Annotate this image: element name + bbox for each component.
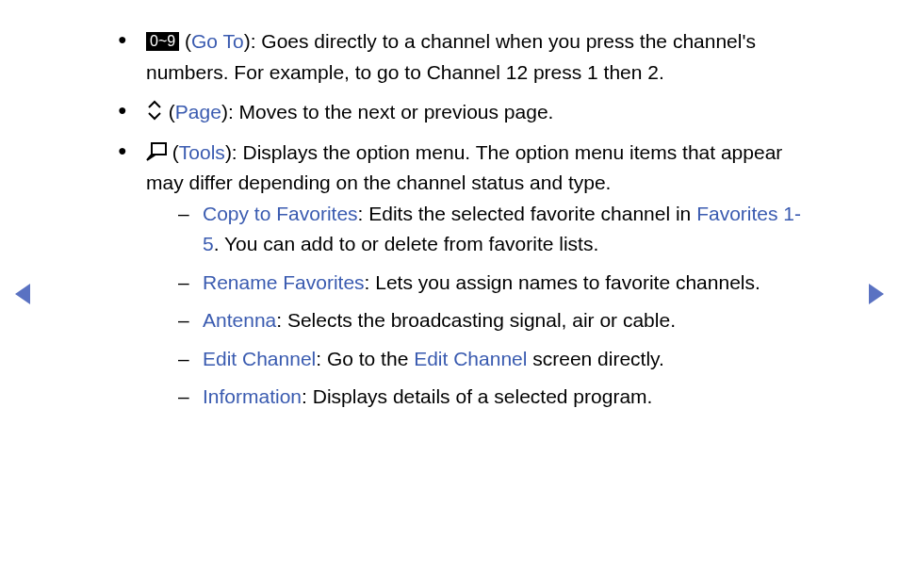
open-paren: ( (169, 101, 175, 122)
text-rename: : Lets you assign names to favorite chan… (365, 271, 760, 293)
text-info: : Displays details of a selected program… (302, 385, 652, 407)
text-ec-1: : Go to the (316, 348, 414, 369)
label-rename-favorites: Rename Favorites (203, 271, 365, 293)
text-antenna: : Selects the broadcasting signal, air o… (276, 309, 676, 331)
svg-rect-0 (152, 143, 166, 155)
subitem-copy-to-favorites: Copy to Favorites: Edits the selected fa… (203, 199, 809, 260)
subitem-antenna: Antenna: Selects the broadcasting signal… (203, 305, 809, 336)
up-down-icon (146, 100, 163, 121)
text-page: ): Moves to the next or previous page. (221, 101, 554, 122)
bullet-goto: 0~9 (Go To): Goes directly to a channel … (146, 26, 809, 88)
label-information: Information (203, 385, 302, 407)
label-copy-to-favorites: Copy to Favorites (203, 203, 358, 224)
svg-marker-1 (15, 284, 30, 304)
subitem-edit-channel: Edit Channel: Go to the Edit Channel scr… (203, 344, 809, 375)
keycap-0-9-icon: 0~9 (146, 32, 179, 51)
subitem-information: Information: Displays details of a selec… (203, 382, 809, 413)
bullet-page: (Page): Moves to the next or previous pa… (146, 97, 809, 128)
text-copy-2: . You can add to or delete from favorite… (214, 233, 599, 254)
label-edit-channel: Edit Channel (203, 348, 316, 369)
link-edit-channel: Edit Channel (414, 348, 527, 369)
link-goto: Go To (191, 30, 244, 52)
page-content: 0~9 (Go To): Goes directly to a channel … (0, 0, 899, 413)
open-paren: ( (185, 30, 191, 52)
tools-sub-list: Copy to Favorites: Edits the selected fa… (165, 199, 809, 413)
open-paren: ( (172, 141, 179, 163)
next-page-button[interactable] (867, 283, 886, 305)
text-ec-2: screen directly. (527, 348, 664, 369)
link-tools: Tools (179, 141, 225, 163)
link-page: Page (175, 101, 221, 122)
bullet-list: 0~9 (Go To): Goes directly to a channel … (108, 26, 809, 413)
label-antenna: Antenna (203, 309, 276, 331)
bullet-tools: (Tools): Displays the option menu. The o… (146, 138, 809, 413)
svg-marker-2 (869, 284, 884, 304)
subitem-rename-favorites: Rename Favorites: Lets you assign names … (203, 268, 809, 299)
tools-icon (146, 142, 167, 161)
text-tools: ): Displays the option menu. The option … (146, 141, 782, 194)
text-copy-1: : Edits the selected favorite channel in (358, 203, 697, 224)
prev-page-button[interactable] (13, 283, 32, 305)
